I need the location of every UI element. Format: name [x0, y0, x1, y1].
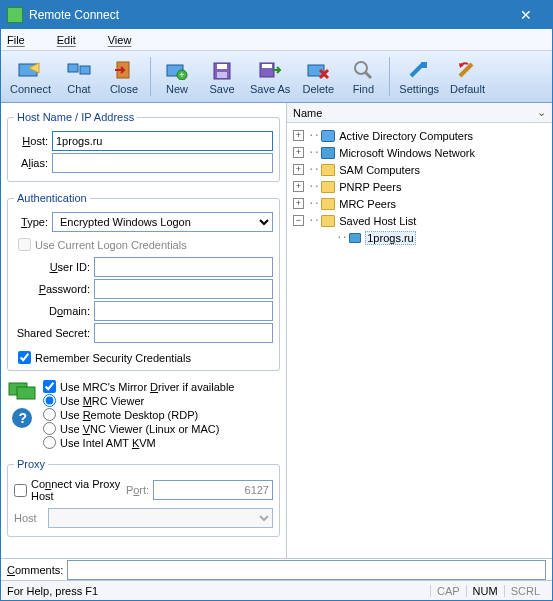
amt-kvm-radio[interactable] — [43, 436, 56, 449]
auth-type-select[interactable]: Encrypted Windows Logon — [52, 212, 273, 232]
chat-button[interactable]: Chat — [57, 55, 101, 98]
alias-label: Alias: — [14, 157, 48, 169]
tree-header-label: Name — [293, 107, 322, 119]
status-help: For Help, press F1 — [7, 585, 430, 597]
close-icon — [111, 59, 137, 81]
userid-label: User ID: — [14, 261, 90, 273]
auth-type-label: Type: — [14, 216, 48, 228]
net-icon — [321, 147, 335, 159]
folder-open-icon — [321, 215, 335, 227]
secret-label: Shared Secret: — [14, 327, 90, 339]
window-close-button[interactable]: ✕ — [506, 1, 546, 29]
menu-file[interactable]: File — [7, 34, 41, 46]
password-input[interactable] — [94, 279, 273, 299]
save-icon — [209, 59, 235, 81]
secret-input[interactable] — [94, 323, 273, 343]
vnc-radio[interactable] — [43, 422, 56, 435]
find-icon — [350, 59, 376, 81]
mirror-driver-checkbox[interactable] — [43, 380, 56, 393]
host-group-legend: Host Name / IP Address — [14, 111, 137, 123]
proxy-port-input — [153, 480, 273, 500]
rdp-radio[interactable] — [43, 408, 56, 421]
userid-input[interactable] — [94, 257, 273, 277]
new-icon: + — [164, 59, 190, 81]
close-button[interactable]: Close — [102, 55, 146, 98]
tree-header[interactable]: Name ⌄ — [287, 103, 552, 123]
options-block: ? Use MRC's Mirror Driver if available U… — [7, 379, 280, 450]
vnc-label: Use VNC Viewer (Linux or MAC) — [60, 423, 219, 435]
save-button[interactable]: Save — [200, 55, 244, 98]
tree-node-sam[interactable]: +··SAM Computers — [291, 161, 548, 178]
expander-icon[interactable]: + — [293, 164, 304, 175]
rdp-label: Use Remote Desktop (RDP) — [60, 409, 198, 421]
connect-button[interactable]: Connect — [5, 55, 56, 98]
amt-kvm-label: Use Intel AMT KVM — [60, 437, 156, 449]
alias-input[interactable] — [52, 153, 273, 173]
titlebar: Remote Connect ✕ — [1, 1, 552, 29]
toolbar-separator — [389, 57, 390, 96]
menubar: File Edit View — [1, 29, 552, 51]
tree-node-shl[interactable]: −··Saved Host List — [291, 212, 548, 229]
tree-node-label: Active Directory Computers — [339, 130, 473, 142]
host-label: Host: — [14, 135, 48, 147]
saveas-icon — [257, 59, 283, 81]
default-icon — [455, 59, 481, 81]
menu-edit[interactable]: Edit — [57, 34, 92, 46]
default-button[interactable]: Default — [445, 55, 490, 98]
tree-connector — [321, 232, 332, 243]
find-button[interactable]: Find — [341, 55, 385, 98]
tree-node-label: SAM Computers — [339, 164, 420, 176]
mrc-viewer-label: Use MRC Viewer — [60, 395, 144, 407]
app-icon — [7, 7, 23, 23]
status-cap: CAP — [430, 585, 466, 597]
tree-node-mwn[interactable]: +··Microsoft Windows Network — [291, 144, 548, 161]
tree-node-mrc[interactable]: +··MRC Peers — [291, 195, 548, 212]
svg-text:+: + — [179, 70, 184, 80]
domain-input[interactable] — [94, 301, 273, 321]
svg-rect-14 — [421, 62, 427, 68]
chat-icon — [66, 59, 92, 81]
tree-node-pnrp[interactable]: +··PNRP Peers — [291, 178, 548, 195]
expander-icon[interactable]: + — [293, 147, 304, 158]
expander-icon[interactable]: − — [293, 215, 304, 226]
auth-group-legend: Authentication — [14, 192, 90, 204]
proxy-connect-label: Connect via Proxy Host — [31, 478, 126, 502]
tree-node-host1[interactable]: ··1progs.ru — [291, 229, 548, 246]
menu-view[interactable]: View — [108, 34, 148, 46]
expander-icon[interactable]: + — [293, 181, 304, 192]
use-current-logon-label: Use Current Logon Credentials — [35, 239, 187, 251]
saveas-button[interactable]: Save As — [245, 55, 295, 98]
status-scrl: SCRL — [504, 585, 546, 597]
folder-blue-icon — [321, 130, 335, 142]
proxy-port-label: Port: — [126, 484, 149, 496]
status-num: NUM — [466, 585, 504, 597]
tree-node-label: Saved Host List — [339, 215, 416, 227]
toolbar: Connect Chat Close + New Save Save As — [1, 51, 552, 103]
auth-group: Authentication Type: Encrypted Windows L… — [7, 192, 280, 371]
tree-node-label: PNRP Peers — [339, 181, 401, 193]
svg-rect-9 — [217, 72, 227, 78]
expander-icon[interactable]: + — [293, 130, 304, 141]
tree-node-label: MRC Peers — [339, 198, 396, 210]
new-button[interactable]: + New — [155, 55, 199, 98]
connect-icon — [17, 59, 43, 81]
use-current-logon-checkbox — [18, 238, 31, 251]
comments-label: Comments: — [7, 564, 63, 576]
delete-icon — [305, 59, 331, 81]
comments-row: Comments: — [1, 558, 552, 580]
host-input[interactable] — [52, 131, 273, 151]
remember-credentials-checkbox[interactable] — [18, 351, 31, 364]
toolbar-separator — [150, 57, 151, 96]
tree[interactable]: +··Active Directory Computers+··Microsof… — [287, 123, 552, 558]
expander-icon[interactable]: + — [293, 198, 304, 209]
svg-rect-1 — [68, 64, 78, 72]
comments-input[interactable] — [67, 560, 546, 580]
tree-node-ad[interactable]: +··Active Directory Computers — [291, 127, 548, 144]
help-icon[interactable]: ? — [11, 407, 33, 429]
mrc-viewer-radio[interactable] — [43, 394, 56, 407]
folder-icon — [321, 181, 335, 193]
settings-button[interactable]: Settings — [394, 55, 444, 98]
delete-button[interactable]: Delete — [296, 55, 340, 98]
host-icon — [349, 233, 361, 243]
proxy-connect-checkbox[interactable] — [14, 484, 27, 497]
